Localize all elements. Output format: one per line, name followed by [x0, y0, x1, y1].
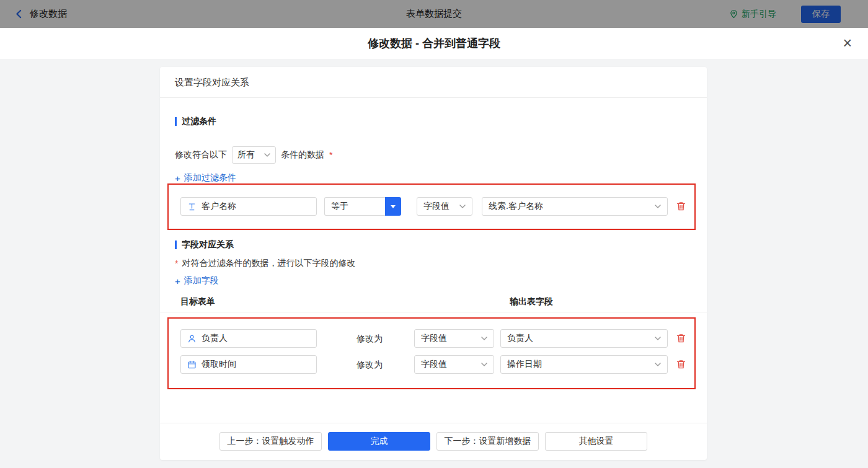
- plus-icon: +: [175, 173, 180, 183]
- save-button[interactable]: 保存: [801, 6, 841, 23]
- operator-select[interactable]: 等于: [324, 197, 401, 216]
- value-type-select[interactable]: 字段值: [414, 355, 494, 374]
- chevron-down-icon: [655, 363, 661, 366]
- divider: [160, 97, 707, 98]
- section-accent-bar: [175, 241, 177, 249]
- caret-down-icon: [391, 205, 396, 208]
- chevron-down-icon: [655, 205, 661, 208]
- footer-actions: 上一步：设置触发动作 完成 下一步：设置新增数据 其他设置: [160, 432, 707, 451]
- target-field-input[interactable]: 领取时间: [180, 355, 317, 374]
- add-filter-condition-link[interactable]: + 添加过滤条件: [175, 172, 236, 184]
- filter-section-title: 过滤条件: [175, 115, 216, 128]
- topbar-title: 表单数据提交: [406, 8, 462, 20]
- plus-icon: +: [175, 276, 180, 286]
- settings-card: 设置字段对应关系 过滤条件 修改符合以下 所有 条件的数据 * + 添加过滤条件: [160, 67, 707, 460]
- condition-row: 修改符合以下 所有 条件的数据 *: [175, 146, 332, 164]
- location-pin-icon: [729, 9, 738, 19]
- operator-dropdown-button[interactable]: [385, 197, 401, 216]
- mapping-description: * 对符合过滤条件的数据，进行以下字段的修改: [175, 257, 355, 270]
- divider: [160, 423, 707, 423]
- required-asterisk: *: [329, 150, 332, 160]
- topbar-actions: 新手引导 保存: [729, 6, 841, 23]
- condition-suffix: 条件的数据: [281, 149, 324, 161]
- column-header-target-form: 目标表单: [180, 295, 215, 307]
- done-button[interactable]: 完成: [328, 432, 430, 451]
- scope-select[interactable]: 所有: [232, 146, 276, 164]
- calendar-icon: [187, 360, 197, 369]
- annotation-highlight-mapping: [167, 317, 696, 389]
- beginner-guide-link[interactable]: 新手引导: [729, 9, 776, 20]
- next-step-button[interactable]: 下一步：设置新增数据: [436, 432, 539, 451]
- chevron-down-icon: [459, 205, 466, 208]
- target-field-input[interactable]: 负责人: [180, 329, 317, 348]
- dialog-title: 修改数据 - 合并到普通字段: [0, 28, 868, 59]
- dialog-body: 设置字段对应关系 过滤条件 修改符合以下 所有 条件的数据 * + 添加过滤条件: [0, 59, 868, 468]
- chevron-down-icon: [481, 337, 487, 340]
- topbar: 修改数据 表单数据提交 新手引导 保存: [0, 0, 868, 28]
- column-header-output-field: 输出表字段: [510, 295, 553, 307]
- close-icon[interactable]: ×: [843, 34, 852, 51]
- dialog-header: 修改数据 - 合并到普通字段 ×: [0, 28, 868, 59]
- text-field-icon: [187, 202, 197, 211]
- value-select[interactable]: 线索.客户名称: [482, 197, 668, 216]
- modify-to-label: 修改为: [356, 355, 383, 374]
- divider: [160, 312, 707, 312]
- add-field-link[interactable]: + 添加字段: [175, 275, 219, 287]
- mapping-section-title: 字段对应关系: [175, 239, 234, 251]
- delete-row-icon[interactable]: [676, 359, 686, 369]
- screen: 修改数据 表单数据提交 新手引导 保存 修改数据 - 合并到普通字段 × 设置字…: [0, 0, 868, 468]
- chevron-down-icon: [481, 363, 487, 366]
- back-chevron-icon[interactable]: [14, 9, 24, 19]
- chevron-down-icon: [264, 153, 270, 157]
- condition-prefix: 修改符合以下: [175, 149, 227, 161]
- section-accent-bar: [175, 117, 177, 126]
- value-type-select[interactable]: 字段值: [414, 329, 494, 348]
- prev-step-button[interactable]: 上一步：设置触发动作: [219, 432, 322, 451]
- card-header: 设置字段对应关系: [175, 73, 249, 92]
- guide-label[interactable]: 新手引导: [742, 9, 776, 20]
- chevron-down-icon: [655, 337, 661, 340]
- back-nav[interactable]: 修改数据: [14, 8, 67, 20]
- value-select[interactable]: 操作日期: [500, 355, 668, 374]
- filter-field-input[interactable]: 客户名称: [180, 197, 317, 216]
- modify-to-label: 修改为: [356, 329, 383, 348]
- value-type-select[interactable]: 字段值: [417, 197, 472, 216]
- delete-row-icon[interactable]: [676, 201, 686, 211]
- back-label[interactable]: 修改数据: [30, 8, 67, 20]
- person-icon: [187, 334, 197, 343]
- other-settings-button[interactable]: 其他设置: [545, 432, 647, 451]
- delete-row-icon[interactable]: [676, 333, 686, 343]
- required-asterisk: *: [175, 258, 178, 268]
- value-select[interactable]: 负责人: [500, 329, 668, 348]
